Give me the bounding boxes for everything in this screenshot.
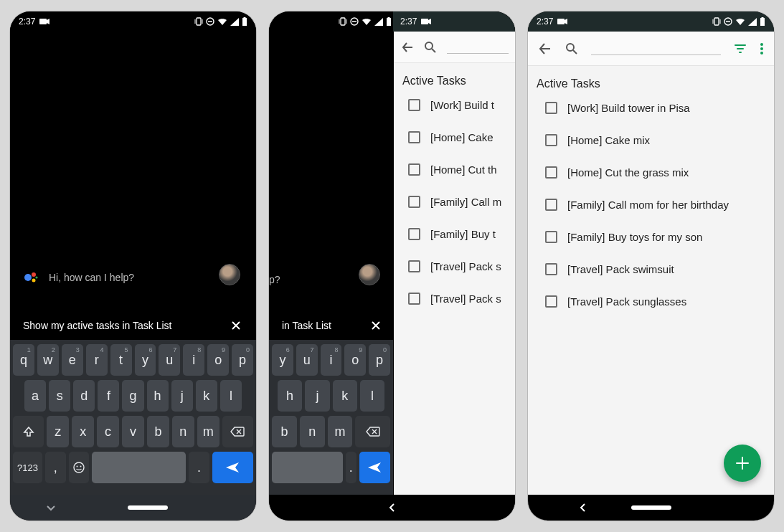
task-checkbox[interactable] xyxy=(545,102,557,114)
search-icon[interactable] xyxy=(565,42,578,55)
key-u[interactable]: u7 xyxy=(159,344,180,376)
back-arrow-icon[interactable] xyxy=(401,41,414,54)
task-checkbox[interactable] xyxy=(408,99,420,111)
key-i[interactable]: i8 xyxy=(183,344,204,376)
key-h[interactable]: h xyxy=(278,380,302,412)
task-row[interactable]: [Home] Cut th xyxy=(394,153,515,186)
symbols-key[interactable]: ?123 xyxy=(13,452,42,483)
task-checkbox[interactable] xyxy=(545,231,557,243)
key-k[interactable]: k xyxy=(333,380,357,412)
key-b[interactable]: b xyxy=(272,416,297,447)
period-key[interactable]: . xyxy=(189,452,209,483)
task-row[interactable]: [Family] Buy t xyxy=(394,218,515,250)
task-row[interactable]: [Travel] Pack s xyxy=(394,282,515,315)
task-checkbox[interactable] xyxy=(408,131,420,143)
key-p[interactable]: p0 xyxy=(369,344,390,376)
key-b[interactable]: b xyxy=(147,416,169,447)
filter-icon[interactable] xyxy=(734,42,747,55)
assistant-query-chip[interactable]: Show my active tasks in Task List xyxy=(19,311,247,340)
key-f[interactable]: f xyxy=(98,380,119,412)
key-o[interactable]: o9 xyxy=(207,344,229,376)
key-g[interactable]: g xyxy=(122,380,143,412)
task-row[interactable]: [Family] Call m xyxy=(394,186,515,218)
key-y[interactable]: y6 xyxy=(135,344,156,376)
space-key[interactable] xyxy=(92,452,186,483)
task-checkbox[interactable] xyxy=(545,199,557,211)
key-x[interactable]: x xyxy=(72,416,94,447)
key-o[interactable]: o9 xyxy=(344,344,366,376)
send-key[interactable] xyxy=(359,452,390,483)
task-row[interactable]: [Travel] Pack swimsuit xyxy=(528,253,774,285)
key-a[interactable]: a xyxy=(24,380,46,412)
key-n[interactable]: n xyxy=(172,416,194,447)
key-z[interactable]: z xyxy=(47,416,69,447)
fab-add-task[interactable] xyxy=(724,445,761,482)
key-m[interactable]: m xyxy=(197,416,219,447)
key-c[interactable]: c xyxy=(97,416,119,447)
key-k[interactable]: k xyxy=(196,380,217,412)
task-checkbox[interactable] xyxy=(545,134,557,146)
task-row[interactable]: [Travel] Pack sunglasses xyxy=(528,285,774,318)
task-row[interactable]: [Home] Cake xyxy=(394,121,515,153)
backspace-key[interactable] xyxy=(222,416,253,447)
nav-bar[interactable] xyxy=(10,495,256,521)
task-checkbox[interactable] xyxy=(408,228,420,240)
user-avatar[interactable] xyxy=(359,264,380,285)
task-row[interactable]: [Travel] Pack s xyxy=(394,250,515,282)
key-j[interactable]: j xyxy=(305,380,329,412)
task-checkbox[interactable] xyxy=(545,263,557,275)
back-icon[interactable] xyxy=(387,503,397,513)
nav-bar[interactable] xyxy=(528,495,774,521)
key-m[interactable]: m xyxy=(328,416,353,447)
task-checkbox[interactable] xyxy=(545,295,557,308)
key-l[interactable]: l xyxy=(360,380,384,412)
back-icon[interactable] xyxy=(578,503,588,513)
space-key[interactable] xyxy=(272,452,343,483)
assistant-query-chip[interactable]: in Task List xyxy=(278,311,387,340)
emoji-key[interactable] xyxy=(69,452,90,483)
task-checkbox[interactable] xyxy=(408,163,420,176)
key-q[interactable]: q1 xyxy=(13,344,34,376)
backspace-key[interactable] xyxy=(355,416,390,447)
chevron-down-icon[interactable] xyxy=(46,503,56,513)
task-row[interactable]: [Family] Buy toys for my son xyxy=(528,221,774,253)
period-key[interactable]: . xyxy=(346,452,356,483)
key-y[interactable]: y6 xyxy=(272,344,293,376)
key-h[interactable]: h xyxy=(147,380,169,412)
key-r[interactable]: r4 xyxy=(86,344,108,376)
key-t[interactable]: t5 xyxy=(110,344,132,376)
task-checkbox[interactable] xyxy=(545,166,557,179)
key-d[interactable]: d xyxy=(73,380,95,412)
search-icon[interactable] xyxy=(424,41,437,54)
key-j[interactable]: j xyxy=(171,380,193,412)
send-key[interactable] xyxy=(212,452,253,483)
soft-keyboard[interactable]: y6u7i8o9p0 hjkl bnm . xyxy=(269,340,393,495)
nav-bar[interactable] xyxy=(269,495,515,521)
task-row[interactable]: [Home] Cake mix xyxy=(528,124,774,156)
task-row[interactable]: [Family] Call mom for her birthday xyxy=(528,189,774,221)
close-icon[interactable] xyxy=(229,318,243,333)
user-avatar[interactable] xyxy=(219,264,240,285)
key-l[interactable]: l xyxy=(220,380,242,412)
soft-keyboard[interactable]: q1w2e3r4t5y6u7i8o9p0 asdfghjkl zxcvbnm ?… xyxy=(10,340,256,495)
close-icon[interactable] xyxy=(369,318,383,333)
home-pill[interactable] xyxy=(128,505,168,510)
key-u[interactable]: u7 xyxy=(296,344,318,376)
key-w[interactable]: w2 xyxy=(37,344,59,376)
key-n[interactable]: n xyxy=(300,416,325,447)
key-e[interactable]: e3 xyxy=(62,344,83,376)
home-pill[interactable] xyxy=(631,505,671,510)
task-checkbox[interactable] xyxy=(408,293,420,305)
task-checkbox[interactable] xyxy=(408,260,420,272)
key-p[interactable]: p0 xyxy=(232,344,253,376)
back-arrow-icon[interactable] xyxy=(538,42,552,56)
task-row[interactable]: [Work] Build tower in Pisa xyxy=(528,92,774,124)
key-i[interactable]: i8 xyxy=(321,344,342,376)
shift-key[interactable] xyxy=(13,416,44,447)
task-row[interactable]: [Home] Cut the grass mix xyxy=(528,156,774,189)
more-vert-icon[interactable] xyxy=(760,42,764,55)
key-s[interactable]: s xyxy=(49,380,70,412)
key-v[interactable]: v xyxy=(122,416,144,447)
task-row[interactable]: [Work] Build t xyxy=(394,89,515,121)
comma-key[interactable]: , xyxy=(45,452,66,483)
